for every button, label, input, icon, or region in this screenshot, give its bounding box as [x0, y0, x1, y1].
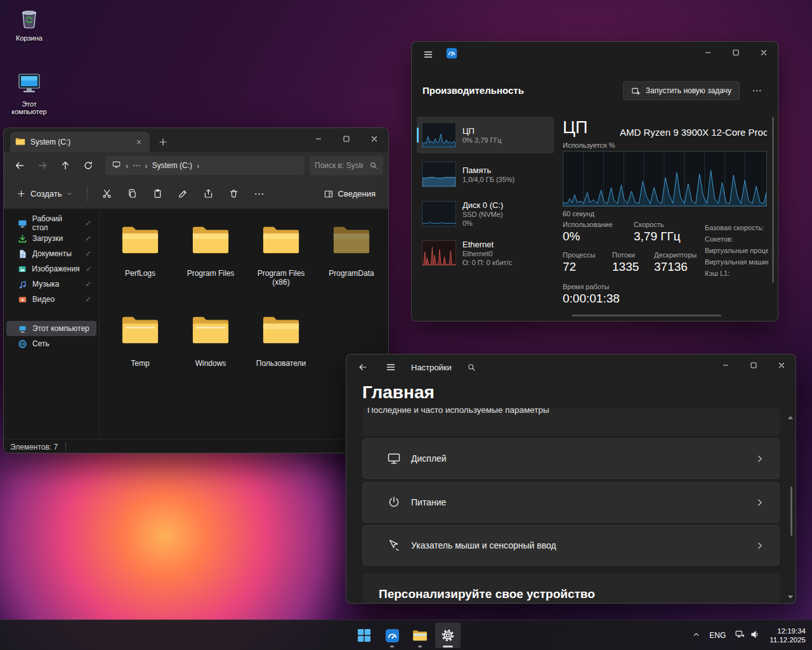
more-options-button[interactable]: ⋯: [747, 81, 766, 100]
new-tab-button[interactable]: [155, 134, 171, 150]
address-bar[interactable]: › ⋯ › System (C:) ›: [105, 156, 304, 175]
sidebar-item-documents[interactable]: Документы: [6, 246, 96, 261]
explorer-status-bar: Элементов: 7: [4, 439, 388, 453]
cpu-section-title: ЦП: [563, 118, 587, 138]
settings-window: Настройки Главная Последние и часто испо…: [346, 354, 796, 604]
folder-item[interactable]: PerfLogs: [107, 221, 173, 304]
hamburger-menu-icon[interactable]: [379, 357, 402, 377]
close-button[interactable]: [750, 42, 778, 63]
active-indicator: [443, 646, 453, 647]
maximize-button[interactable]: [722, 42, 750, 63]
more-options-button[interactable]: ⋯: [247, 184, 270, 204]
chevron-right-icon: ›: [126, 161, 128, 171]
volume-icon[interactable]: [750, 629, 761, 642]
details-pane-icon: [324, 189, 334, 199]
settings-item-mouse-touch[interactable]: Указатель мыши и сенсорный ввод: [362, 525, 780, 566]
scroll-down-arrow[interactable]: [788, 595, 793, 599]
item-count: Элементов: 7: [10, 443, 58, 452]
desktop-icon-recycle-bin[interactable]: Корзина: [5, 5, 53, 42]
maximize-button[interactable]: [332, 128, 360, 150]
share-button[interactable]: [197, 184, 219, 204]
search-icon[interactable]: [462, 357, 482, 377]
minimize-button[interactable]: [712, 354, 740, 376]
minimize-button[interactable]: [304, 128, 332, 150]
folder-item[interactable]: Пользователи: [248, 311, 314, 394]
minimize-button[interactable]: [694, 42, 722, 63]
folder-grid: PerfLogs Program Files Program Files (x8…: [100, 209, 388, 439]
back-button[interactable]: [351, 357, 374, 377]
clock[interactable]: 12:19:34 11.12.2025: [769, 627, 806, 644]
network-icon[interactable]: [735, 629, 745, 642]
sidebar-item-downloads[interactable]: Загрузки: [6, 231, 96, 246]
forward-button[interactable]: [32, 156, 53, 175]
vertical-scrollbar[interactable]: [772, 117, 774, 283]
folder-icon: [121, 313, 160, 346]
computer-icon: [18, 324, 27, 334]
tm-sidebar-disk[interactable]: Диск 0 (C:) SSD (NVMe) 0%: [417, 195, 554, 232]
chevron-right-icon: ›: [145, 161, 147, 171]
rename-button[interactable]: [171, 184, 194, 204]
memory-mini-chart: [422, 162, 456, 187]
sidebar-item-this-pc[interactable]: Этот компьютер: [6, 321, 96, 336]
folder-item[interactable]: Program Files: [178, 221, 244, 304]
delete-button[interactable]: [222, 184, 245, 204]
personalize-section-card[interactable]: Персонализируйте свое устройство: [362, 573, 780, 604]
close-button[interactable]: [360, 128, 388, 150]
horizontal-scrollbar[interactable]: [572, 315, 721, 316]
copy-button[interactable]: [121, 184, 143, 204]
settings-item-display[interactable]: Дисплей: [362, 438, 780, 479]
task-manager-app-icon: [446, 48, 457, 62]
sidebar-item-network[interactable]: Сеть: [6, 336, 96, 351]
folder-item[interactable]: Windows: [178, 311, 244, 394]
chevron-right-icon: [754, 497, 765, 508]
taskbar-settings[interactable]: [435, 623, 461, 648]
folder-item[interactable]: Temp: [107, 311, 173, 394]
tm-sidebar-cpu[interactable]: ЦП 0% 3,79 ГГц: [417, 117, 554, 153]
scroll-up-arrow[interactable]: [788, 416, 793, 419]
search-box[interactable]: Поиск в: System (C:): [310, 156, 383, 175]
up-button[interactable]: [55, 156, 76, 175]
tab-close-icon[interactable]: [133, 136, 145, 148]
stat-processes: Процессы 72: [563, 251, 595, 274]
time-axis-label: 60 секунд: [563, 210, 594, 218]
tm-sidebar-ethernet[interactable]: Ethernet Ethernet0 О: 0 П: 0 кбит/с: [417, 235, 554, 271]
folder-item[interactable]: Program Files (x86): [248, 221, 314, 304]
search-placeholder: Поиск в: System (C:): [315, 161, 363, 170]
hamburger-menu-icon[interactable]: [416, 44, 441, 65]
maximize-button[interactable]: [740, 354, 768, 376]
explorer-tab[interactable]: System (C:): [10, 132, 150, 152]
stat-threads: Потоки 1335: [612, 251, 639, 274]
sidebar-item-videos[interactable]: Видео: [6, 292, 96, 307]
chart-axis-label: Используется %: [563, 141, 615, 149]
cut-button[interactable]: [95, 184, 118, 204]
pin-icon: [84, 235, 91, 242]
paste-button[interactable]: [146, 184, 169, 204]
pin-icon: [85, 266, 91, 273]
cpu-mini-chart: [422, 122, 456, 148]
breadcrumb-segment[interactable]: System (C:): [152, 161, 192, 170]
sidebar-item-desktop[interactable]: Рабочий стол: [6, 216, 96, 231]
folder-item[interactable]: ProgramData: [318, 221, 384, 304]
sidebar-item-pictures[interactable]: Изображения: [6, 261, 96, 276]
close-button[interactable]: [768, 354, 796, 376]
tm-sidebar-memory[interactable]: Память 1,0/4,0 ГБ (35%): [417, 156, 554, 193]
tab-title: System (C:): [30, 138, 128, 146]
new-button[interactable]: Создать: [10, 184, 79, 204]
task-manager-window: Производительность Запустить новую задач…: [411, 41, 778, 322]
details-pane-toggle[interactable]: Сведения: [317, 184, 382, 204]
back-button[interactable]: [9, 156, 30, 175]
run-new-task-button[interactable]: Запустить новую задачу: [623, 81, 740, 100]
desktop-icon-label: Этот компьютер: [5, 100, 53, 115]
start-button[interactable]: [351, 623, 377, 648]
breadcrumb-overflow[interactable]: ⋯: [133, 161, 140, 170]
network-globe-icon: [18, 339, 27, 349]
refresh-button[interactable]: [77, 156, 99, 175]
language-indicator[interactable]: ENG: [709, 631, 726, 640]
sidebar-item-music[interactable]: Музыка: [6, 276, 96, 292]
settings-item-power[interactable]: Питание: [362, 482, 780, 523]
tray-chevron-up-icon[interactable]: [692, 630, 700, 641]
desktop-icon-this-pc[interactable]: Этот компьютер: [5, 71, 53, 115]
taskbar-task-manager[interactable]: [379, 623, 405, 648]
taskbar-file-explorer[interactable]: [407, 623, 433, 648]
vertical-scrollbar[interactable]: [790, 486, 792, 536]
